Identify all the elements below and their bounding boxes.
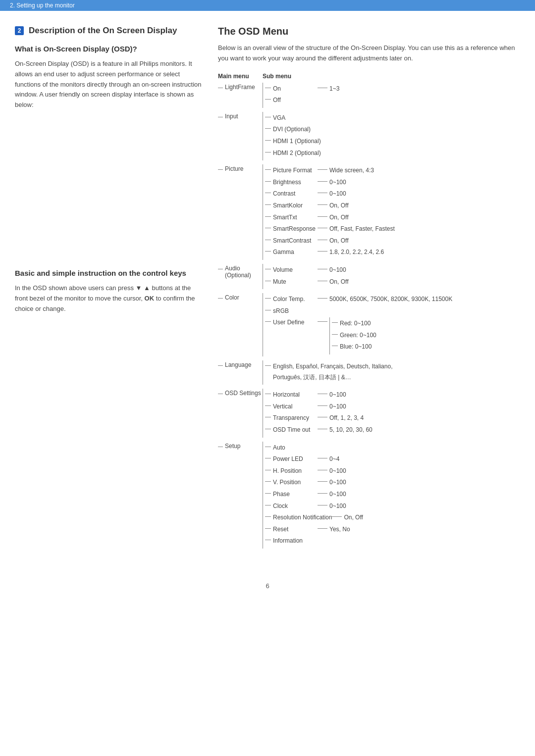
sub-item-row: SmartContrastOn, Off [265, 236, 520, 247]
sub-item-row: Auto [265, 443, 520, 454]
sub-item-row: HDMI 2 (Optional) [265, 148, 520, 159]
value-label: On, Off [329, 277, 348, 288]
main-item-label: LightFrame [225, 84, 255, 91]
menu-section: OSD SettingsHorizontal0~100Vertical0~100… [218, 389, 520, 437]
sub-items-container: On1~3Off [263, 83, 520, 108]
sub-item-row: SmartKolorOn, Off [265, 201, 520, 211]
section-spacer [218, 108, 520, 112]
sub-connector-line [265, 228, 271, 228]
sub-items-container: AutoPower LED0~4H. Position0~100V. Posit… [263, 442, 520, 549]
sub-item-label: Mute [273, 277, 318, 288]
value-connector-line [318, 216, 327, 217]
sub-item-row: Clock0~100 [265, 501, 520, 512]
sub-item-row: English, Español, Français, Deutsch, Ita… [265, 361, 520, 383]
sub-item-row: Phase0~100 [265, 489, 520, 500]
sub-item-row: TransparencyOff, 1, 2, 3, 4 [265, 413, 520, 424]
sub-item-row: Gamma1.8, 2.0, 2.2, 2.4, 2.6 [265, 247, 520, 258]
sub-item-label: Reset [273, 524, 318, 535]
sub-connector-line [265, 88, 271, 88]
sub-item-label: SmartResponse [273, 224, 318, 235]
sub-item-row: Power LED0~4 [265, 454, 520, 465]
value-label: 0~100 [329, 477, 346, 488]
sub-items-level2: Red: 0~100Green: 0~100Blue: 0~100 [329, 317, 384, 354]
main-menu-item: Input [218, 112, 263, 120]
sub-item-label: English, Español, Français, Deutsch, Ita… [273, 361, 392, 383]
sub-item-label: DVI (Optional) [273, 124, 318, 135]
sub-connector-line [265, 528, 271, 529]
sub-item-row: Resolution NotificationOn, Off [265, 512, 520, 523]
main-menu-item: OSD Settings [218, 389, 263, 397]
sub-items-container: Picture FormatWide screen, 4:3Brightness… [263, 164, 520, 260]
sub-connector-line [265, 470, 271, 470]
value-connector-line [318, 193, 327, 193]
sub-item-row: Vertical0~100 [265, 402, 520, 412]
child-item-row: Blue: 0~100 [332, 342, 384, 353]
sub-item-label: OSD Time out [273, 425, 318, 436]
sub-item-row: MuteOn, Off [265, 277, 520, 288]
value-label: Wide screen, 4:3 [329, 165, 374, 176]
main-menu-item: Picture [218, 164, 263, 172]
section-spacer [218, 438, 520, 442]
section-spacer [218, 385, 520, 389]
value-connector-line [318, 88, 327, 88]
sub-connector-line [265, 505, 271, 505]
sub-connector-line [265, 117, 271, 117]
sub-item-label: Horizontal [273, 390, 318, 401]
sub-item-row: Color Temp.5000K, 6500K, 7500K, 8200K, 9… [265, 294, 520, 305]
sub-item-label: SmartTxt [273, 212, 318, 223]
sub-connector-line [265, 321, 271, 322]
main-item-label: OSD Settings [225, 390, 261, 397]
right-column: The OSD Menu Below is an overall view of… [218, 26, 520, 553]
sub-connector-line [265, 99, 271, 100]
menu-section: LightFrameOn1~3Off [218, 83, 520, 108]
main-item-label: Setup [225, 443, 240, 450]
sub-item-row: Horizontal0~100 [265, 390, 520, 401]
menu-section: Audio (Optional)Volume0~100MuteOn, Off [218, 264, 520, 289]
value-label: 0~100 [329, 265, 346, 276]
main-connector-line [218, 447, 223, 447]
menu-tree: LightFrameOn1~3OffInputVGADVI (Optional)… [218, 83, 520, 553]
sub-items-container: VGADVI (Optional)HDMI 1 (Optional)HDMI 2… [263, 112, 520, 160]
sub-item-row: OSD Time out5, 10, 20, 30, 60 [265, 425, 520, 436]
sub-item-row: On1~3 [265, 84, 520, 95]
value-label: 0~100 [329, 466, 346, 477]
value-connector-line [318, 281, 327, 281]
osd-menu-title: The OSD Menu [218, 26, 520, 37]
sub-connector-line [265, 281, 271, 281]
sub-item-label: Phase [273, 489, 318, 500]
value-label: On, Off [329, 212, 348, 223]
child-connector [332, 334, 338, 335]
value-connector-line [318, 417, 327, 417]
sub-connector-line [265, 240, 271, 240]
value-label: Yes, No [329, 524, 350, 535]
sub-connector-line [265, 140, 271, 141]
value-label: 0~100 [329, 189, 346, 200]
value-connector-line [332, 516, 342, 517]
main-menu-item: Setup [218, 442, 263, 450]
value-connector-line [318, 204, 327, 205]
sub-item-row: Contrast0~100 [265, 189, 520, 200]
sub-item-row: V. Position0~100 [265, 477, 520, 488]
sub-connector-line [265, 493, 271, 494]
value-label: On, Off [329, 236, 348, 247]
sub-connector-line [265, 204, 271, 205]
value-connector-line [318, 458, 327, 458]
value-label: 5000K, 6500K, 7500K, 8200K, 9300K, 11500… [329, 294, 452, 305]
sub-connector-line [265, 365, 271, 366]
section-spacer [218, 289, 520, 293]
osd-intro: Below is an overall view of the structur… [218, 43, 520, 64]
sub-item-row: SmartTxtOn, Off [265, 212, 520, 223]
mid-connector [318, 321, 327, 322]
sub-connector-line [265, 152, 271, 152]
sub-item-label: Volume [273, 265, 318, 276]
value-connector-line [318, 240, 327, 240]
sub-item-row: User DefineRed: 0~100Green: 0~100Blue: 0… [265, 317, 520, 354]
value-connector-line [318, 228, 327, 228]
section-spacer [218, 260, 520, 264]
col-main-header: Main menu [218, 73, 263, 80]
sub-connector-line [265, 298, 271, 299]
sub-connector-line [265, 481, 271, 482]
sub-items-container: Color Temp.5000K, 6500K, 7500K, 8200K, 9… [263, 293, 520, 356]
sub-item-row: Brightness0~100 [265, 177, 520, 188]
section-spacer [218, 356, 520, 360]
